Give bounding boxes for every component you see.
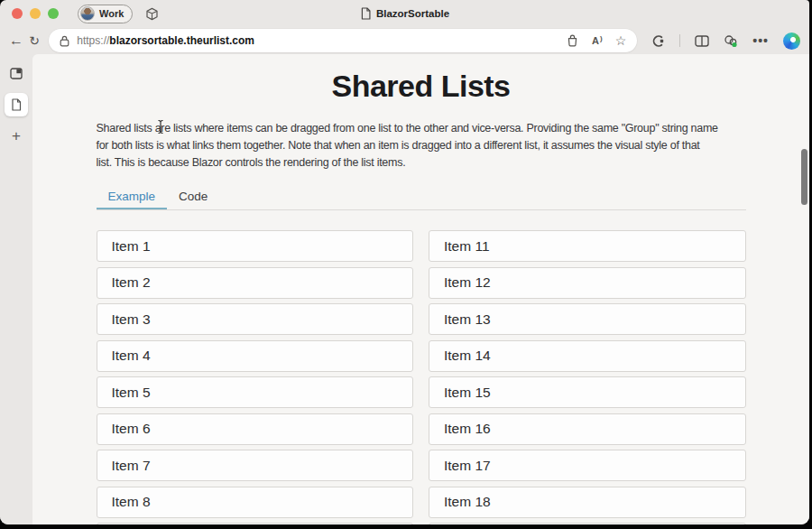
- profile-button[interactable]: Work: [78, 5, 133, 23]
- navigation-bar: ← ↻ https://blazorsortable.theurlist.com…: [0, 27, 809, 54]
- copilot-icon[interactable]: [783, 32, 800, 50]
- toolbar-divider: [679, 34, 680, 47]
- list-item[interactable]: Item 7: [97, 450, 414, 481]
- page-description: Shared lists are lists where items can b…: [97, 120, 746, 172]
- list-item-label: Item 11: [444, 238, 490, 255]
- split-screen-icon[interactable]: [695, 35, 709, 47]
- tab-title: BlazorSortable: [376, 8, 449, 19]
- page-icon: [360, 7, 371, 20]
- read-aloud-icon[interactable]: A: [592, 35, 602, 46]
- text-cursor: [156, 119, 165, 135]
- profile-avatar: [80, 6, 95, 21]
- description-line: list. This is because Blazor controls th…: [97, 154, 746, 172]
- settings-more-icon[interactable]: •••: [752, 33, 769, 48]
- list-item[interactable]: Item 18: [429, 487, 746, 518]
- window-controls: [12, 8, 59, 19]
- scrollbar-thumb[interactable]: [801, 149, 807, 205]
- list-item[interactable]: Item 5: [97, 376, 414, 408]
- list-item[interactable]: Item 13: [429, 303, 746, 335]
- toolbar-right: •••: [651, 32, 800, 50]
- url-protocol: https://: [77, 34, 109, 47]
- address-bar[interactable]: https://blazorsortable.theurlist.com A ☆: [49, 29, 637, 52]
- list-item[interactable]: Item 6: [97, 413, 414, 445]
- browser-window: Work BlazorSortable ← ↻ https://bl: [0, 0, 809, 524]
- refresh-button[interactable]: ↻: [27, 30, 42, 51]
- url-text: https://blazorsortable.theurlist.com: [77, 34, 567, 47]
- profile-label: Work: [99, 8, 124, 19]
- tab-example[interactable]: Example: [97, 185, 168, 209]
- list-item[interactable]: Item 16: [429, 413, 746, 445]
- address-bar-actions: A ☆: [567, 33, 626, 48]
- list-item-label: Item 15: [444, 385, 491, 401]
- install-app-icon[interactable]: [567, 34, 578, 47]
- browser-essentials-icon[interactable]: [724, 34, 738, 48]
- page-icon: [11, 98, 22, 111]
- description-line: for both lists is what links them togeth…: [97, 137, 746, 154]
- list-item[interactable]: Item 14: [429, 340, 746, 372]
- collections-icon[interactable]: [651, 34, 665, 48]
- list-item-label: Item 2: [112, 274, 151, 291]
- list-item-label: Item 1: [112, 238, 151, 255]
- page-title: Shared Lists: [97, 69, 746, 104]
- list-item-label: Item 8: [112, 494, 151, 510]
- list-item-label: Item 5: [112, 385, 151, 401]
- description-line: Shared lists are lists where items can b…: [97, 120, 746, 137]
- vertical-tab-rail: +: [0, 54, 32, 524]
- list-item[interactable]: Item 4: [97, 340, 414, 372]
- add-favorite-icon[interactable]: ☆: [615, 33, 627, 48]
- list-item-label: Item 17: [444, 458, 491, 474]
- list-item-label: Item 16: [444, 421, 491, 437]
- list-item[interactable]: Item 15: [429, 376, 746, 408]
- back-icon: ←: [9, 32, 23, 49]
- list-item-label: Item 7: [112, 458, 151, 474]
- maximize-button[interactable]: [48, 8, 59, 19]
- list-item[interactable]: Item 17: [429, 450, 746, 481]
- list-item-label: Item 6: [112, 421, 151, 437]
- new-tab-button[interactable]: +: [5, 125, 28, 148]
- content-tabs: ExampleCode: [97, 185, 746, 210]
- list-item[interactable]: Item 1: [97, 230, 414, 262]
- lock-icon: [60, 35, 69, 47]
- minimize-button[interactable]: [30, 8, 41, 19]
- list-item[interactable]: Item 8: [97, 487, 414, 518]
- list-item-label: Item 14: [444, 348, 491, 364]
- title-bar: Work BlazorSortable: [0, 0, 809, 27]
- plus-icon: +: [12, 127, 21, 145]
- list-item-label: Item 4: [112, 348, 151, 364]
- close-button[interactable]: [12, 8, 23, 19]
- list-item-label: Item 12: [444, 274, 491, 291]
- tab-code[interactable]: Code: [167, 185, 219, 209]
- workspaces-icon[interactable]: [143, 5, 160, 22]
- list-item-label: Item 18: [444, 494, 491, 510]
- list-item-label: Item 3: [112, 311, 151, 328]
- list-item[interactable]: Item 19: [429, 523, 746, 524]
- back-button[interactable]: ←: [9, 30, 23, 51]
- tab-actions-icon[interactable]: [5, 61, 28, 85]
- list-item[interactable]: Item 3: [97, 303, 414, 335]
- list-item[interactable]: Item 2: [97, 267, 414, 299]
- list-item-label: Item 13: [444, 311, 491, 328]
- list-item[interactable]: Item 12: [429, 267, 746, 299]
- active-tab-title: BlazorSortable: [360, 0, 449, 27]
- list-item[interactable]: Item 9: [97, 523, 414, 524]
- browser-body: + Shared Lists Shared lists are lists wh…: [0, 54, 809, 524]
- url-domain: blazorsortable.theurlist.com: [109, 34, 254, 47]
- list-right: Item 11Item 12Item 13Item 14Item 15Item …: [429, 230, 746, 524]
- list-item[interactable]: Item 11: [429, 230, 746, 262]
- page-container: Shared Lists Shared lists are lists wher…: [97, 69, 746, 524]
- active-tab-thumbnail[interactable]: [5, 93, 28, 116]
- list-left: Item 1Item 2Item 3Item 4Item 5Item 6Item…: [97, 230, 414, 524]
- web-content: Shared Lists Shared lists are lists wher…: [32, 54, 809, 524]
- shared-lists: Item 1Item 2Item 3Item 4Item 5Item 6Item…: [97, 230, 746, 524]
- refresh-icon: ↻: [29, 33, 40, 48]
